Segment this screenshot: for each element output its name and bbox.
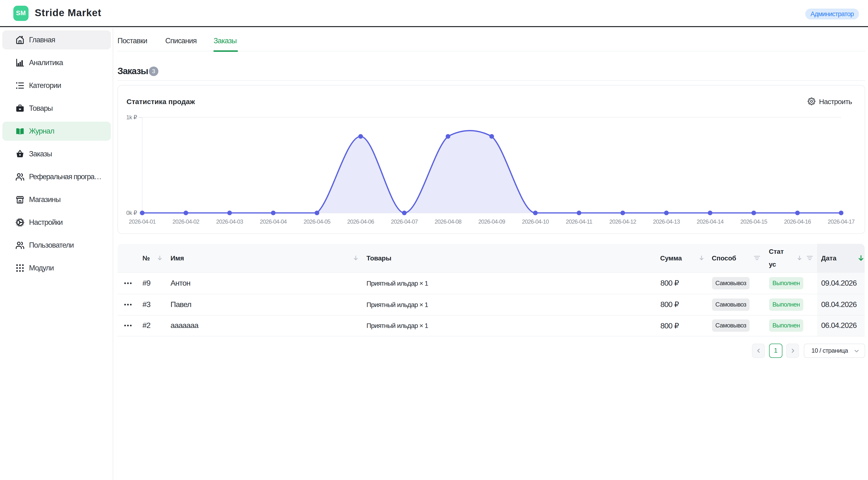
- svg-text:2026-04-02: 2026-04-02: [173, 218, 199, 225]
- svg-text:2026-04-03: 2026-04-03: [216, 218, 243, 225]
- svg-text:2026-04-07: 2026-04-07: [391, 218, 418, 225]
- svg-text:2026-04-15: 2026-04-15: [740, 218, 767, 225]
- svg-text:2026-04-09: 2026-04-09: [478, 218, 505, 225]
- svg-text:2026-04-12: 2026-04-12: [609, 218, 636, 225]
- svg-text:2026-04-08: 2026-04-08: [434, 218, 461, 225]
- svg-text:2026-04-13: 2026-04-13: [653, 218, 680, 225]
- svg-text:2026-04-06: 2026-04-06: [347, 218, 374, 225]
- svg-text:2026-04-11: 2026-04-11: [566, 218, 592, 225]
- svg-text:2026-04-01: 2026-04-01: [129, 218, 156, 225]
- svg-text:0k ₽: 0k ₽: [126, 210, 137, 216]
- svg-text:2026-04-04: 2026-04-04: [260, 218, 287, 225]
- svg-text:1k ₽: 1k ₽: [126, 114, 137, 121]
- svg-text:2026-04-17: 2026-04-17: [828, 218, 855, 225]
- svg-text:2026-04-14: 2026-04-14: [697, 218, 724, 225]
- svg-text:2026-04-10: 2026-04-10: [522, 218, 549, 225]
- svg-text:2026-04-16: 2026-04-16: [784, 218, 811, 225]
- svg-text:2026-04-05: 2026-04-05: [304, 218, 330, 225]
